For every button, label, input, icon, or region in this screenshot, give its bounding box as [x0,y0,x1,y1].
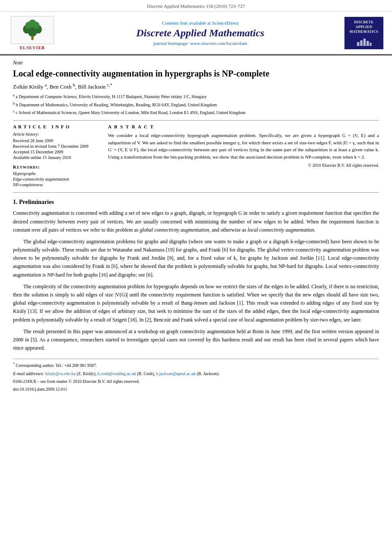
elsevier-logo-image [11,16,54,44]
footnotes: * Corresponding author. Tel.: +44 208 98… [13,359,379,392]
article-history-label: Article history: [13,132,99,137]
affiliation-b: b b Department of Mathematics, Universit… [13,101,379,108]
note-label: Note [13,60,379,66]
footnote-doi: doi:10.1016/j.dam.2009.12.011 [13,386,379,392]
elsevier-logo: ELSEVIER [9,16,56,50]
journal-citation-bar: Discrete Applied Mathematics 158 (2010) … [0,0,392,12]
received-date: Received 28 June 2009 [13,138,99,143]
article-info-heading: A R T I C L E I N F O [13,124,99,129]
divider-2 [13,192,379,193]
svg-rect-11 [367,41,369,45]
journal-header: ELSEVIER Contents lists available at Sci… [0,12,392,55]
footnote-corresponding: * Corresponding author. Tel.: +44 208 98… [13,362,379,369]
article-info-panel: A R T I C L E I N F O Article history: R… [13,124,99,188]
accepted-date: Accepted 15 December 2009 [13,150,99,154]
abstract-panel: A B S T R A C T We consider a local edge… [108,124,379,188]
svg-point-7 [31,35,33,37]
keyword-1: Hypergraphs [13,171,99,176]
sciencedirect-link: Contents lists available at ScienceDirec… [61,20,340,25]
authors-line: Zoltán Király a, Ben Cosh b, Bill Jackso… [13,83,379,90]
section-1-title: 1. Preliminaries [13,199,379,206]
svg-point-6 [29,19,36,27]
footnote-email: E-mail addresses: kiraly@cs.elte.hu (Z. … [13,370,379,377]
affiliation-a: a a Department of Computer Science, Eötv… [13,93,379,100]
journal-citation: Discrete Applied Mathematics 158 (2010) … [147,3,245,9]
paragraph-4: The result presented in this paper was a… [13,328,379,353]
page: Discrete Applied Mathematics 158 (2010) … [0,0,392,535]
svg-rect-9 [360,40,362,45]
journal-logo-text: DISCRETE APPLIED MATHEMATICS [350,20,379,35]
keyword-3: NP-completeness [13,182,99,187]
available-date: Available online 15 January 2010 [13,155,99,160]
article-title: Local edge-connectivity augmentation in … [13,68,379,79]
copyright-notice: © 2010 Elsevier B.V. All rights reserved… [108,163,379,168]
elsevier-wordmark: ELSEVIER [20,45,45,50]
homepage-link[interactable]: www.elsevier.com/locate/dam [190,41,247,46]
sciencedirect-hyperlink[interactable]: ScienceDirect [212,20,239,25]
abstract-heading: A B S T R A C T [108,124,379,129]
journal-header-center: Contents lists available at ScienceDirec… [61,20,340,46]
journal-title: Discrete Applied Mathematics [61,27,340,39]
journal-homepage: journal homepage: www.elsevier.com/locat… [61,41,340,46]
paragraph-2: The global edge-connectivity augmentatio… [13,238,379,279]
paragraph-3: The complexity of the connectivity augme… [13,283,379,324]
affiliation-c: c c School of Mathematical Sciences, Que… [13,109,379,116]
divider-1 [13,120,379,121]
paragraph-1: Connectivity augmentation is concerned w… [13,209,379,234]
revised-date: Received in revised form 7 December 2009 [13,144,99,149]
affiliations: a a Department of Computer Science, Eötv… [13,93,379,116]
info-abstract-columns: A R T I C L E I N F O Article history: R… [13,124,379,188]
keywords-section: Keywords: Hypergraphs Edge-connectivity … [13,164,99,187]
footnote-license: 0166-218X/$ – see front matter © 2010 El… [13,378,379,385]
journal-logo-right: DISCRETE APPLIED MATHEMATICS [344,17,383,49]
abstract-text: We consider a local edge-connectivity hy… [108,132,379,160]
svg-rect-12 [370,42,371,45]
main-content: Note Local edge-connectivity augmentatio… [0,55,392,402]
svg-rect-8 [357,42,359,45]
keywords-heading: Keywords: [13,164,99,169]
keyword-2: Edge-connectivity augmentation [13,177,99,182]
svg-rect-10 [363,38,365,45]
